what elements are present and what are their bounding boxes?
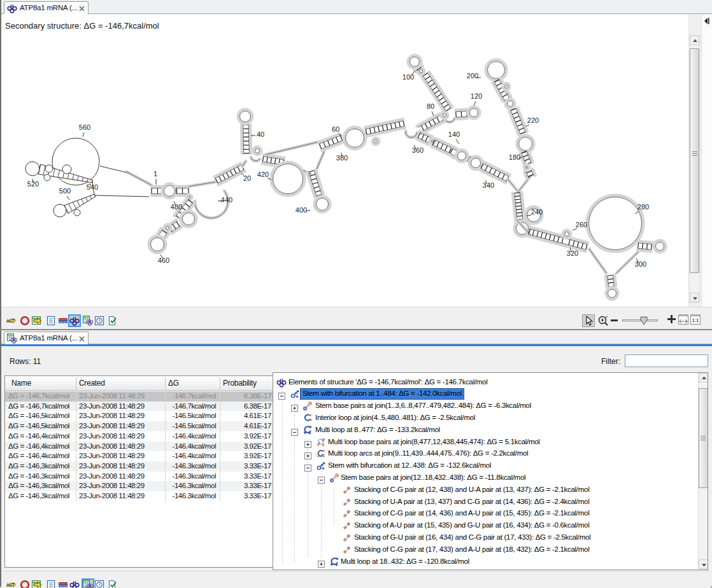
svg-text:260: 260 [576,221,587,228]
svg-text:500: 500 [59,187,71,195]
svg-text:320: 320 [567,249,578,257]
svg-text:40: 40 [257,130,264,138]
svg-text:300: 300 [635,260,646,268]
svg-text:420: 420 [257,171,269,178]
svg-text:20: 20 [243,174,251,182]
svg-text:180: 180 [509,153,520,161]
svg-text:80: 80 [427,102,434,110]
svg-text:540: 540 [87,183,98,191]
svg-text:220: 220 [527,116,539,124]
svg-text:460: 460 [158,256,169,264]
svg-text:360: 360 [412,146,424,154]
svg-text:440: 440 [221,196,232,204]
svg-text:560: 560 [79,123,90,131]
svg-text:120: 120 [471,92,482,100]
svg-text:240: 240 [531,208,543,216]
svg-text:ACT: ACT [6,582,15,588]
svg-text:340: 340 [483,181,494,189]
svg-text:200: 200 [467,72,478,80]
svg-text:280: 280 [637,203,649,211]
svg-text:140: 140 [448,130,460,138]
svg-text:480: 480 [171,203,182,211]
svg-text:ACT: ACT [6,318,15,324]
svg-text:400: 400 [295,206,307,214]
svg-text:1: 1 [153,170,157,178]
svg-text:60: 60 [332,125,339,133]
